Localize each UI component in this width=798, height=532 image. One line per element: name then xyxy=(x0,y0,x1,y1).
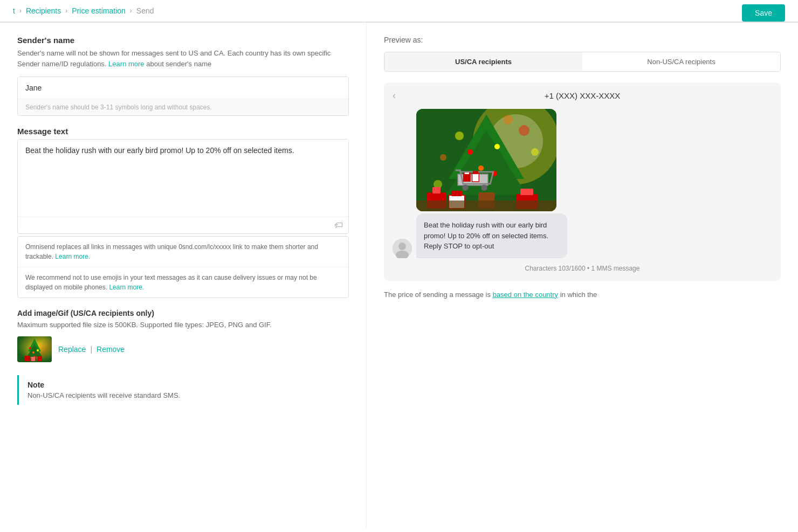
price-info-after2: in which the xyxy=(560,291,597,299)
svg-rect-7 xyxy=(25,356,30,361)
message-info-box: Omnisend replaces all links in messages … xyxy=(17,236,349,298)
sender-name-input-wrapper: Sender's name should be 3-11 symbols lon… xyxy=(17,77,349,116)
preview-label: Preview as: xyxy=(384,36,781,44)
svg-rect-42 xyxy=(520,189,533,195)
message-content: Beat the holiday rush with our early bir… xyxy=(416,109,567,258)
price-info: The price of sending a message is based … xyxy=(384,289,781,300)
svg-rect-8 xyxy=(31,357,35,361)
right-panel: Preview as: US/CA recipients Non-US/CA r… xyxy=(367,23,798,528)
tab-usca[interactable]: US/CA recipients xyxy=(384,52,582,71)
breadcrumb-item-1[interactable]: t xyxy=(13,6,15,15)
breadcrumb: t › Recipients › Price estimation › Send xyxy=(0,0,798,22)
breadcrumb-item-send: Send xyxy=(136,6,154,15)
tab-non-usca[interactable]: Non-US/CA recipients xyxy=(582,52,780,71)
breadcrumb-sep-3: › xyxy=(130,7,132,15)
message-info-row-1: Omnisend replaces all links in messages … xyxy=(18,237,348,267)
tag-icon[interactable]: 🏷 xyxy=(334,220,343,230)
svg-point-31 xyxy=(462,185,468,191)
svg-point-27 xyxy=(478,165,484,171)
add-image-title-bold2: (US/CA recipients only) xyxy=(71,309,154,317)
breadcrumb-item-price[interactable]: Price estimation xyxy=(72,6,126,15)
textarea-toolbar: 🏷 xyxy=(18,217,348,233)
svg-rect-43 xyxy=(416,201,556,211)
header: t › Recipients › Price estimation › Send… xyxy=(0,0,798,23)
textarea-wrapper: Beat the holiday rush with our early bir… xyxy=(17,139,349,234)
svg-point-25 xyxy=(467,149,473,155)
message-with-avatar: Beat the holiday rush with our early bir… xyxy=(393,109,772,258)
svg-rect-38 xyxy=(432,187,441,194)
phone-number: +1 (XXX) XXX-XXXX xyxy=(545,91,620,100)
svg-point-5 xyxy=(37,349,39,351)
message-bubble: Beat the holiday rush with our early bir… xyxy=(416,213,567,258)
svg-point-4 xyxy=(29,347,31,349)
image-action-divider: | xyxy=(90,345,92,354)
svg-point-22 xyxy=(531,148,539,156)
svg-point-11 xyxy=(398,243,406,250)
note-text: Non-US/CA recipients will receive standa… xyxy=(27,391,340,399)
info-learn-more-link-1[interactable]: Learn more. xyxy=(55,253,90,260)
message-text-title: Message text xyxy=(17,127,349,136)
replace-link[interactable]: Replace xyxy=(58,345,86,354)
image-upload-row: Replace | Remove xyxy=(17,336,349,362)
sender-learn-more-link[interactable]: Learn more xyxy=(108,60,144,68)
breadcrumb-item-recipients[interactable]: Recipients xyxy=(26,6,61,15)
sender-name-section: Sender's name Sender's name will not be … xyxy=(17,36,349,116)
svg-point-32 xyxy=(481,185,487,191)
avatar xyxy=(393,239,412,258)
save-button[interactable]: Save xyxy=(742,4,785,22)
svg-point-21 xyxy=(519,125,529,136)
breadcrumb-sep-1: › xyxy=(19,7,22,15)
sender-name-input[interactable] xyxy=(18,77,348,99)
svg-point-23 xyxy=(503,115,513,125)
svg-rect-34 xyxy=(465,172,469,174)
svg-point-6 xyxy=(32,351,35,354)
sender-name-title: Sender's name xyxy=(17,36,349,45)
main-content: Sender's name Sender's name will not be … xyxy=(0,23,798,528)
phone-back-icon[interactable]: ‹ xyxy=(393,90,396,101)
add-image-title: Add image/Gif (US/CA recipients only) xyxy=(17,309,349,317)
message-text-section: Message text Beat the holiday rush with … xyxy=(17,127,349,298)
price-country-link[interactable]: based on the country xyxy=(493,291,558,299)
christmas-thumb-svg xyxy=(17,336,52,362)
phone-header: ‹ +1 (XXX) XXX-XXXX xyxy=(393,91,772,100)
add-image-description: Maximum supported file size is 500KB. Su… xyxy=(17,321,349,329)
svg-point-19 xyxy=(455,132,464,140)
svg-point-20 xyxy=(440,154,446,161)
price-info-before: The price of sending a message is xyxy=(384,291,491,299)
message-image xyxy=(416,109,556,211)
preview-tabs: US/CA recipients Non-US/CA recipients xyxy=(384,52,781,72)
avatar-svg xyxy=(393,239,412,258)
breadcrumb-sep-2: › xyxy=(65,7,67,15)
sender-name-desc-suffix2: about sender's name xyxy=(146,60,211,68)
svg-rect-36 xyxy=(473,171,478,174)
image-thumbnail xyxy=(17,336,52,362)
message-image-svg xyxy=(416,109,556,211)
phone-preview: ‹ +1 (XXX) XXX-XXXX xyxy=(384,82,781,281)
add-image-section: Add image/Gif (US/CA recipients only) Ma… xyxy=(17,309,349,362)
svg-rect-9 xyxy=(38,356,42,361)
remove-link[interactable]: Remove xyxy=(97,345,125,354)
image-actions: Replace | Remove xyxy=(58,345,125,354)
sender-name-hint: Sender's name should be 3-11 symbols lon… xyxy=(18,99,348,115)
left-panel: Sender's name Sender's name will not be … xyxy=(0,23,367,528)
note-title: Note xyxy=(27,381,340,389)
svg-point-26 xyxy=(494,144,500,149)
svg-rect-40 xyxy=(451,191,462,196)
char-count: Characters 103/1600 • 1 MMS message xyxy=(393,265,772,272)
note-box: Note Non-US/CA recipients will receive s… xyxy=(17,375,349,405)
message-textarea[interactable]: Beat the holiday rush with our early bir… xyxy=(18,140,348,215)
add-image-title-text: Add image/Gif xyxy=(17,309,68,317)
sender-name-description: Sender's name will not be shown for mess… xyxy=(17,48,349,69)
svg-rect-35 xyxy=(472,174,479,182)
message-area: Beat the holiday rush with our early bir… xyxy=(393,109,772,258)
info-row-2-text: We recommend not to use emojis in your t… xyxy=(25,274,317,291)
info-learn-more-link-2[interactable]: Learn more. xyxy=(109,284,144,291)
message-info-row-2: We recommend not to use emojis in your t… xyxy=(18,267,348,298)
